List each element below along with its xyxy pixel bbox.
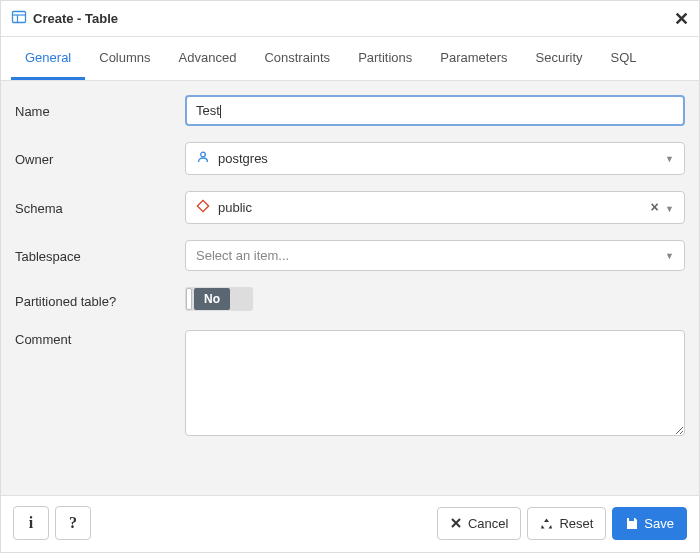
text-caret	[220, 105, 221, 118]
tablespace-label: Tablespace	[15, 247, 185, 264]
partitioned-toggle[interactable]: No	[185, 287, 253, 311]
tab-label: Parameters	[440, 50, 507, 65]
close-icon[interactable]: ✕	[674, 12, 689, 26]
tab-label: Columns	[99, 50, 150, 65]
svg-point-3	[201, 152, 206, 157]
table-icon	[11, 9, 27, 28]
reset-button[interactable]: Reset	[527, 507, 606, 540]
row-name: Name Test	[15, 95, 685, 126]
chevron-down-icon: ▼	[665, 251, 674, 261]
tab-label: Advanced	[179, 50, 237, 65]
help-button[interactable]: ?	[55, 506, 91, 540]
toggle-handle	[186, 288, 192, 310]
save-label: Save	[644, 516, 674, 531]
chevron-down-icon: ▼	[665, 204, 674, 214]
name-input[interactable]: Test	[185, 95, 685, 126]
tab-label: Constraints	[264, 50, 330, 65]
tablespace-select[interactable]: Select an item... ▼	[185, 240, 685, 271]
svg-rect-0	[13, 12, 26, 23]
svg-rect-4	[197, 200, 208, 211]
owner-select[interactable]: postgres ▼	[185, 142, 685, 175]
chevron-down-icon: ▼	[665, 154, 674, 164]
row-tablespace: Tablespace Select an item... ▼	[15, 240, 685, 271]
schema-label: Schema	[15, 199, 185, 216]
tab-label: SQL	[611, 50, 637, 65]
close-icon	[450, 517, 462, 529]
tab-label: Partitions	[358, 50, 412, 65]
partitioned-label: Partitioned table?	[15, 292, 185, 309]
row-partitioned: Partitioned table? No	[15, 287, 685, 314]
schema-icon	[196, 199, 210, 216]
save-icon	[625, 517, 638, 530]
select-right-group: × ▼	[650, 202, 674, 214]
comment-textarea[interactable]	[185, 330, 685, 436]
dialog-title-bar: Create - Table ✕	[1, 1, 699, 37]
cancel-label: Cancel	[468, 516, 508, 531]
tab-bar: General Columns Advanced Constraints Par…	[1, 37, 699, 81]
name-value: Test	[196, 103, 220, 118]
clear-icon[interactable]: ×	[650, 199, 658, 215]
save-button[interactable]: Save	[612, 507, 687, 540]
question-icon: ?	[69, 514, 77, 532]
owner-value: postgres	[218, 151, 268, 166]
name-label: Name	[15, 102, 185, 119]
toggle-state: No	[194, 288, 230, 310]
tab-sql[interactable]: SQL	[597, 37, 651, 80]
tab-label: Security	[536, 50, 583, 65]
tab-constraints[interactable]: Constraints	[250, 37, 344, 80]
reset-label: Reset	[559, 516, 593, 531]
tab-security[interactable]: Security	[522, 37, 597, 80]
recycle-icon	[540, 517, 553, 530]
info-icon: i	[29, 514, 33, 532]
tab-parameters[interactable]: Parameters	[426, 37, 521, 80]
info-button[interactable]: i	[13, 506, 49, 540]
cancel-button[interactable]: Cancel	[437, 507, 521, 540]
owner-label: Owner	[15, 150, 185, 167]
tablespace-placeholder: Select an item...	[196, 248, 289, 263]
tab-general[interactable]: General	[11, 37, 85, 80]
dialog-title: Create - Table	[33, 11, 668, 26]
comment-label: Comment	[15, 330, 185, 347]
row-schema: Schema public × ▼	[15, 191, 685, 224]
row-comment: Comment	[15, 330, 685, 439]
tab-label: General	[25, 50, 71, 65]
dialog-footer: i ? Cancel Reset Save	[1, 495, 699, 552]
row-owner: Owner postgres ▼	[15, 142, 685, 175]
user-icon	[196, 150, 210, 167]
tab-columns[interactable]: Columns	[85, 37, 164, 80]
tab-partitions[interactable]: Partitions	[344, 37, 426, 80]
schema-select[interactable]: public × ▼	[185, 191, 685, 224]
schema-value: public	[218, 200, 252, 215]
form-panel: Name Test Owner postgres ▼ Schema public	[1, 81, 699, 495]
tab-advanced[interactable]: Advanced	[165, 37, 251, 80]
